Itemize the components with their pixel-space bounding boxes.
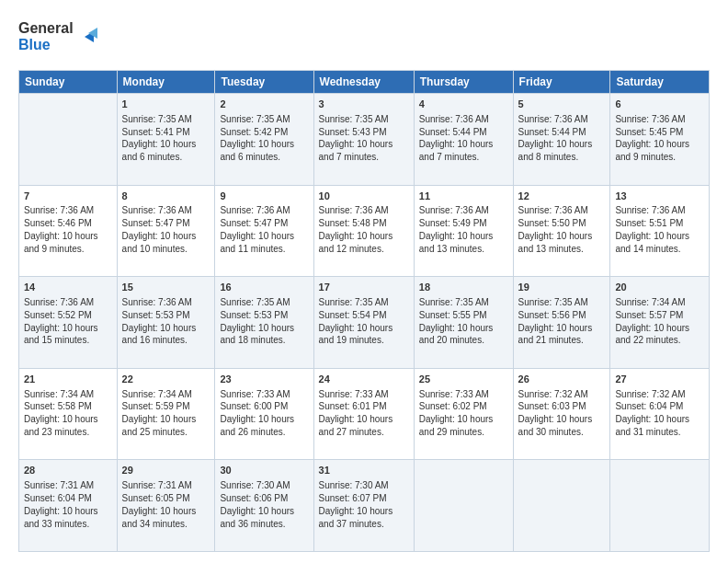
day-cell: 15Sunrise: 7:36 AMSunset: 5:53 PMDayligh…	[117, 277, 215, 369]
week-row-4: 21Sunrise: 7:34 AMSunset: 5:58 PMDayligh…	[19, 368, 710, 460]
day-cell	[414, 460, 513, 552]
day-info: Sunrise: 7:36 AMSunset: 5:44 PMDaylight:…	[419, 113, 508, 164]
day-cell: 12Sunrise: 7:36 AMSunset: 5:50 PMDayligh…	[513, 185, 610, 277]
day-number: 23	[220, 373, 308, 386]
day-number: 19	[518, 281, 606, 294]
header: General Blue	[18, 17, 710, 61]
day-cell: 2Sunrise: 7:35 AMSunset: 5:42 PMDaylight…	[215, 94, 313, 186]
logo: General Blue	[18, 17, 101, 61]
day-number: 10	[319, 190, 409, 203]
day-info: Sunrise: 7:32 AMSunset: 6:03 PMDaylight:…	[518, 388, 606, 439]
day-cell	[513, 460, 610, 552]
day-number: 2	[220, 98, 308, 111]
day-info: Sunrise: 7:36 AMSunset: 5:47 PMDaylight:…	[122, 204, 210, 255]
day-info: Sunrise: 7:36 AMSunset: 5:50 PMDaylight:…	[518, 204, 606, 255]
day-cell: 25Sunrise: 7:33 AMSunset: 6:02 PMDayligh…	[414, 368, 513, 460]
day-info: Sunrise: 7:35 AMSunset: 5:55 PMDaylight:…	[419, 296, 508, 347]
day-cell: 14Sunrise: 7:36 AMSunset: 5:52 PMDayligh…	[19, 277, 118, 369]
day-cell: 10Sunrise: 7:36 AMSunset: 5:48 PMDayligh…	[313, 185, 414, 277]
day-cell: 4Sunrise: 7:36 AMSunset: 5:44 PMDaylight…	[414, 94, 513, 186]
day-cell: 13Sunrise: 7:36 AMSunset: 5:51 PMDayligh…	[610, 185, 710, 277]
day-info: Sunrise: 7:36 AMSunset: 5:45 PMDaylight:…	[615, 113, 704, 164]
weekday-header-monday: Monday	[117, 71, 215, 94]
day-cell: 24Sunrise: 7:33 AMSunset: 6:01 PMDayligh…	[313, 368, 414, 460]
day-cell: 1Sunrise: 7:35 AMSunset: 5:41 PMDaylight…	[117, 94, 215, 186]
day-number: 3	[319, 98, 409, 111]
day-info: Sunrise: 7:36 AMSunset: 5:44 PMDaylight:…	[518, 113, 606, 164]
day-info: Sunrise: 7:36 AMSunset: 5:46 PMDaylight:…	[24, 204, 112, 255]
day-number: 13	[615, 190, 704, 203]
day-info: Sunrise: 7:34 AMSunset: 5:59 PMDaylight:…	[122, 388, 210, 439]
day-number: 17	[319, 281, 409, 294]
day-cell: 9Sunrise: 7:36 AMSunset: 5:47 PMDaylight…	[215, 185, 313, 277]
day-cell: 5Sunrise: 7:36 AMSunset: 5:44 PMDaylight…	[513, 94, 610, 186]
day-number: 22	[122, 373, 210, 386]
day-number: 11	[419, 190, 508, 203]
day-number: 8	[122, 190, 210, 203]
day-info: Sunrise: 7:35 AMSunset: 5:56 PMDaylight:…	[518, 296, 606, 347]
weekday-header-friday: Friday	[513, 71, 610, 94]
day-info: Sunrise: 7:33 AMSunset: 6:01 PMDaylight:…	[319, 388, 409, 439]
day-cell: 21Sunrise: 7:34 AMSunset: 5:58 PMDayligh…	[19, 368, 118, 460]
day-info: Sunrise: 7:36 AMSunset: 5:49 PMDaylight:…	[419, 204, 508, 255]
day-number: 5	[518, 98, 606, 111]
logo-text: General Blue	[18, 17, 101, 61]
day-info: Sunrise: 7:30 AMSunset: 6:06 PMDaylight:…	[220, 479, 308, 530]
day-number: 7	[24, 190, 112, 203]
day-info: Sunrise: 7:35 AMSunset: 5:54 PMDaylight:…	[319, 296, 409, 347]
day-number: 26	[518, 373, 606, 386]
day-cell: 28Sunrise: 7:31 AMSunset: 6:04 PMDayligh…	[19, 460, 118, 552]
day-cell: 31Sunrise: 7:30 AMSunset: 6:07 PMDayligh…	[313, 460, 414, 552]
week-row-3: 14Sunrise: 7:36 AMSunset: 5:52 PMDayligh…	[19, 277, 710, 369]
day-cell: 30Sunrise: 7:30 AMSunset: 6:06 PMDayligh…	[215, 460, 313, 552]
day-info: Sunrise: 7:35 AMSunset: 5:53 PMDaylight:…	[220, 296, 308, 347]
day-cell: 7Sunrise: 7:36 AMSunset: 5:46 PMDaylight…	[19, 185, 118, 277]
day-number: 12	[518, 190, 606, 203]
day-cell: 22Sunrise: 7:34 AMSunset: 5:59 PMDayligh…	[117, 368, 215, 460]
day-info: Sunrise: 7:35 AMSunset: 5:42 PMDaylight:…	[220, 113, 308, 164]
day-cell	[19, 94, 118, 186]
weekday-header-sunday: Sunday	[19, 71, 118, 94]
weekday-header-saturday: Saturday	[610, 71, 710, 94]
week-row-2: 7Sunrise: 7:36 AMSunset: 5:46 PMDaylight…	[19, 185, 710, 277]
day-number: 25	[419, 373, 508, 386]
day-cell: 26Sunrise: 7:32 AMSunset: 6:03 PMDayligh…	[513, 368, 610, 460]
svg-text:General: General	[18, 20, 74, 36]
day-info: Sunrise: 7:34 AMSunset: 5:57 PMDaylight:…	[615, 296, 704, 347]
day-number: 28	[24, 464, 112, 477]
day-cell: 20Sunrise: 7:34 AMSunset: 5:57 PMDayligh…	[610, 277, 710, 369]
day-info: Sunrise: 7:31 AMSunset: 6:05 PMDaylight:…	[122, 479, 210, 530]
day-info: Sunrise: 7:36 AMSunset: 5:48 PMDaylight:…	[319, 204, 409, 255]
day-number: 6	[615, 98, 704, 111]
day-cell: 19Sunrise: 7:35 AMSunset: 5:56 PMDayligh…	[513, 277, 610, 369]
day-number: 20	[615, 281, 704, 294]
day-cell	[610, 460, 710, 552]
day-info: Sunrise: 7:36 AMSunset: 5:47 PMDaylight:…	[220, 204, 308, 255]
day-cell: 11Sunrise: 7:36 AMSunset: 5:49 PMDayligh…	[414, 185, 513, 277]
day-number: 31	[319, 464, 409, 477]
logo-svg: General Blue	[18, 17, 101, 57]
day-info: Sunrise: 7:35 AMSunset: 5:43 PMDaylight:…	[319, 113, 409, 164]
day-number: 15	[122, 281, 210, 294]
day-info: Sunrise: 7:35 AMSunset: 5:41 PMDaylight:…	[122, 113, 210, 164]
day-number: 16	[220, 281, 308, 294]
day-info: Sunrise: 7:30 AMSunset: 6:07 PMDaylight:…	[319, 479, 409, 530]
day-number: 1	[122, 98, 210, 111]
day-number: 9	[220, 190, 308, 203]
week-row-1: 1Sunrise: 7:35 AMSunset: 5:41 PMDaylight…	[19, 94, 710, 186]
day-cell: 8Sunrise: 7:36 AMSunset: 5:47 PMDaylight…	[117, 185, 215, 277]
week-row-5: 28Sunrise: 7:31 AMSunset: 6:04 PMDayligh…	[19, 460, 710, 552]
day-number: 24	[319, 373, 409, 386]
day-cell: 23Sunrise: 7:33 AMSunset: 6:00 PMDayligh…	[215, 368, 313, 460]
day-number: 27	[615, 373, 704, 386]
day-number: 18	[419, 281, 508, 294]
day-number: 30	[220, 464, 308, 477]
day-cell: 18Sunrise: 7:35 AMSunset: 5:55 PMDayligh…	[414, 277, 513, 369]
day-number: 4	[419, 98, 508, 111]
day-cell: 27Sunrise: 7:32 AMSunset: 6:04 PMDayligh…	[610, 368, 710, 460]
day-number: 14	[24, 281, 112, 294]
weekday-header-wednesday: Wednesday	[313, 71, 414, 94]
weekday-header-thursday: Thursday	[414, 71, 513, 94]
day-info: Sunrise: 7:36 AMSunset: 5:51 PMDaylight:…	[615, 204, 704, 255]
day-info: Sunrise: 7:33 AMSunset: 6:00 PMDaylight:…	[220, 388, 308, 439]
